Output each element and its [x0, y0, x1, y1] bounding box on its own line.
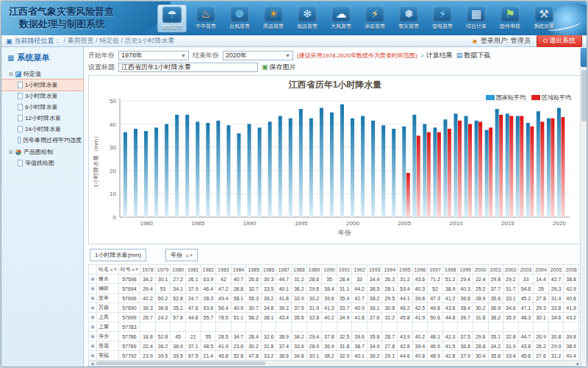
radio-cell[interactable]: ◉: [89, 342, 97, 351]
toolbar-item-gale-survey[interactable]: ☁大风普查: [326, 4, 356, 32]
year-header-1984[interactable]: 1984: [231, 265, 246, 275]
year-header-1980[interactable]: 1980: [171, 265, 186, 275]
year-header-1988[interactable]: 1988: [291, 265, 306, 275]
tree-item-1小时降水量[interactable]: 1小时降水量: [1, 79, 83, 91]
radio-cell[interactable]: ◉: [89, 332, 97, 342]
tree-item-等值线绘图[interactable]: 等值线绘图: [1, 158, 83, 169]
sort-arrows-icon[interactable]: ▲▼: [131, 267, 139, 272]
year-header-1996[interactable]: 1996: [412, 265, 428, 275]
chart-title-input[interactable]: [118, 63, 258, 72]
tree-item-3小时降水量[interactable]: 3小时降水量: [1, 91, 83, 102]
toolbar-item-drought-survey[interactable]: ♨干旱普查: [191, 4, 220, 32]
year-header-1985[interactable]: 1985: [246, 265, 262, 275]
year-header-2004[interactable]: 2004: [534, 265, 549, 275]
toolbar-item-map-review[interactable]: ⚑图件审核: [495, 4, 525, 32]
metric-select[interactable]: 1小时降水量(mm): [90, 249, 146, 261]
year-header-1999[interactable]: 1999: [458, 265, 473, 275]
end-year-select[interactable]: 2020年▼: [223, 51, 293, 60]
year-header-1982[interactable]: 1982: [201, 265, 216, 275]
table-row-宜丰[interactable]: ◉宜丰5769642.250.252.824.728.349.458.155.3…: [89, 294, 583, 303]
row-radio-icon[interactable]: ◉: [90, 324, 95, 329]
horizontal-scrollbar[interactable]: ◀ ▶: [88, 360, 582, 367]
scroll-left-icon[interactable]: ◀: [89, 361, 96, 366]
table-row-上高[interactable]: ◉上高5769925.724.257.844.855.778.551.158.2…: [89, 313, 583, 322]
row-radio-icon[interactable]: ◉: [90, 286, 95, 291]
row-radio-icon[interactable]: ◉: [90, 314, 95, 319]
station-name-header[interactable]: 站名 ▲▼: [97, 265, 119, 275]
table-row-修水[interactable]: ◉修水5759834.230.127.226.163.94240.726.630…: [89, 275, 583, 284]
row-radio-icon[interactable]: ◉: [90, 295, 95, 300]
toolbar-item-high-temp-survey[interactable]: ☀高温普查: [259, 4, 288, 32]
year-header-1993[interactable]: 1993: [367, 265, 382, 275]
radio-cell[interactable]: ◉: [89, 284, 97, 294]
radio-cell[interactable]: ◉: [89, 303, 97, 313]
year-header-1987[interactable]: 1987: [276, 265, 292, 275]
bar-national-2010: [453, 113, 457, 217]
logout-button[interactable]: ⏻退出系统: [537, 35, 582, 48]
toolbar-item-comprehensive-calc[interactable]: ▦综合计算: [462, 4, 491, 32]
radio-cell[interactable]: ◉: [89, 313, 97, 322]
start-year-select[interactable]: 1978年▼: [118, 51, 189, 60]
row-radio-icon[interactable]: ◉: [90, 343, 95, 348]
tree-item-历年暴雨过程平均强度[interactable]: 历年暴雨过程平均强度: [1, 135, 83, 146]
table-row-安福[interactable]: ◉安福5779223.939.539.567.521.446.852.847.8…: [89, 351, 583, 361]
year-header-1994[interactable]: 1994: [382, 265, 398, 275]
toolbar-item-snow-survey[interactable]: ❅雪灾普查: [394, 4, 423, 32]
calculate-button[interactable]: ⌕ 计算结果: [421, 51, 453, 60]
year-header-2002[interactable]: 2002: [503, 265, 519, 275]
year-header-2005[interactable]: 2005: [548, 265, 564, 275]
year-header-2000[interactable]: 2000: [473, 265, 488, 275]
table-row-莲花[interactable]: ◉莲花5778922.436.236.937.148.541.923.630.2…: [89, 342, 583, 351]
year-header-2006[interactable]: 2006: [564, 265, 579, 275]
tree-group-1[interactable]: ⊞产品图绘制: [1, 146, 83, 158]
year-header-2003[interactable]: 2003: [518, 265, 534, 275]
save-image-button[interactable]: ▣ 保存图片: [262, 63, 296, 72]
sort-arrows-icon[interactable]: ▲▼: [109, 267, 117, 272]
table-row-上栗[interactable]: ◉上栗57783: [89, 322, 583, 332]
horizontal-scroll-thumb[interactable]: [96, 361, 265, 365]
station-id-header[interactable]: 站号 ▲▼: [118, 265, 140, 275]
row-radio-icon[interactable]: ◉: [90, 353, 95, 358]
expand-icon[interactable]: ⊞: [9, 149, 13, 155]
radio-cell[interactable]: ◉: [89, 322, 97, 332]
radio-cell[interactable]: ◉: [89, 275, 97, 284]
breadcrumb: / 暴雨普查 / 特定值 / 历史1小时降水量: [64, 36, 175, 46]
table-row-萍乡[interactable]: ◉萍乡5778618.852.845215528.534.728.432.638…: [89, 332, 583, 342]
year-header-1990[interactable]: 1990: [322, 265, 337, 275]
toolbar-item-low-temp-survey[interactable]: ❄低温普查: [293, 4, 322, 32]
toolbar-item-hail-survey[interactable]: ⚡冰雹普查: [360, 4, 390, 32]
year-header-1989[interactable]: 1989: [306, 265, 322, 275]
tree-item-24小时降水量[interactable]: 24小时降水量: [1, 124, 83, 135]
year-header-1986[interactable]: 1986: [261, 265, 276, 275]
toolbar-item-system-settings[interactable]: ⚒系统设置: [529, 4, 559, 32]
year-header-1992[interactable]: 1992: [352, 265, 368, 275]
toolbar-item-lightning-survey[interactable]: ⚡雷电普查: [428, 4, 457, 32]
year-header-1998[interactable]: 1998: [442, 265, 458, 275]
year-sort-select[interactable]: 年份▲▼: [165, 249, 198, 261]
row-radio-icon[interactable]: ◉: [90, 333, 95, 339]
tree-group-0[interactable]: ⊞特定值: [1, 68, 83, 79]
row-radio-icon[interactable]: ◉: [90, 305, 95, 310]
toolbar-item-typhoon-survey[interactable]: ☸台风普查: [225, 4, 254, 32]
year-header-1995[interactable]: 1995: [398, 265, 413, 275]
tree-item-6小时降水量[interactable]: 6小时降水量: [1, 102, 83, 113]
download-button[interactable]: ▤ 数据下载: [456, 51, 491, 60]
vertical-scroll-thumb[interactable]: [581, 70, 587, 121]
tree-item-12小时降水量[interactable]: 12小时降水量: [1, 113, 83, 124]
expand-icon[interactable]: ⊞: [9, 71, 13, 77]
scroll-up-button[interactable]: [581, 48, 587, 67]
year-header-1983[interactable]: 1983: [216, 265, 232, 275]
radio-cell[interactable]: ◉: [89, 351, 97, 361]
table-row-铜鼓[interactable]: ◉铜鼓5769429.45334.137.946.447.226.832.733…: [89, 284, 583, 294]
row-radio-icon[interactable]: ◉: [90, 276, 95, 281]
table-row-万载[interactable]: ◉万载5769039.336.835.147.653.656.440.930.7…: [89, 303, 583, 313]
year-header-1979[interactable]: 1979: [155, 265, 171, 275]
vertical-scrollbar[interactable]: [580, 48, 587, 364]
year-header-1978[interactable]: 1978: [140, 265, 156, 275]
year-header-1981[interactable]: 1981: [185, 265, 201, 275]
year-header-2001[interactable]: 2001: [488, 265, 503, 275]
year-header-1991[interactable]: 1991: [337, 265, 352, 275]
radio-cell[interactable]: ◉: [89, 294, 97, 303]
toolbar-item-rainstorm-survey[interactable]: ☂暴雨普查: [157, 4, 187, 32]
year-header-1997[interactable]: 1997: [428, 265, 443, 275]
